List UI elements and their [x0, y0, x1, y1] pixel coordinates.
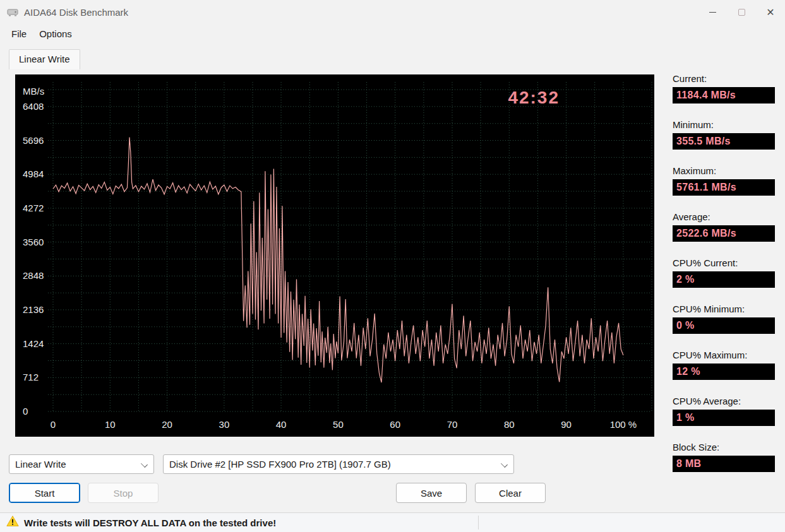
- stat-value: 1 %: [676, 412, 694, 423]
- maximize-icon: [738, 9, 745, 16]
- close-icon: ✕: [766, 6, 774, 18]
- svg-text:30: 30: [219, 419, 230, 430]
- menu-bar: File Options: [0, 24, 785, 43]
- svg-text:3560: 3560: [23, 237, 44, 247]
- svg-text:1424: 1424: [23, 338, 44, 349]
- stat-value: 355.5 MB/s: [676, 136, 731, 147]
- tab-linear-write[interactable]: Linear Write: [9, 49, 80, 69]
- svg-text:80: 80: [504, 419, 515, 430]
- stat-value-box: 2 %: [673, 271, 775, 288]
- test-type-select[interactable]: Linear Write: [9, 454, 154, 474]
- benchmark-chart: 071214242136284835604272498456966408MB/s…: [15, 74, 654, 437]
- window-title: AIDA64 Disk Benchmark: [24, 7, 128, 18]
- stat-label: Maximum:: [673, 165, 775, 176]
- stat-label: Block Size:: [673, 442, 775, 452]
- start-button[interactable]: Start: [9, 483, 80, 503]
- drive-select-value: Disk Drive #2 [HP SSD FX900 Pro 2TB] (19…: [169, 459, 391, 470]
- stat-cpu-average: CPU% Average: 1 %: [673, 396, 775, 426]
- benchmark-chart-area: 071214242136284835604272498456966408MB/s…: [15, 74, 654, 437]
- stop-button[interactable]: Stop: [88, 483, 159, 503]
- close-button[interactable]: ✕: [756, 0, 785, 24]
- stat-label: CPU% Average:: [673, 396, 775, 406]
- title-bar: AIDA64 Disk Benchmark ✕: [0, 0, 785, 24]
- stat-cpu-minimum: CPU% Minimum: 0 %: [673, 304, 775, 334]
- svg-text:4984: 4984: [23, 168, 44, 179]
- stat-value-box: 8 MB: [673, 456, 775, 472]
- stat-label: CPU% Maximum:: [673, 350, 775, 360]
- svg-text:20: 20: [162, 419, 172, 430]
- stat-maximum: Maximum: 5761.1 MB/s: [673, 165, 775, 196]
- window-controls: ✕: [698, 0, 785, 24]
- stat-value-box: 12 %: [673, 364, 775, 380]
- status-warning-text: Write tests will DESTROY ALL DATA on the…: [24, 517, 276, 528]
- stat-value: 2 %: [676, 274, 694, 285]
- stat-label: Average:: [673, 211, 775, 222]
- app-disk-icon: [6, 6, 19, 18]
- chevron-down-icon: [501, 461, 508, 468]
- stat-current: Current: 1184.4 MB/s: [673, 73, 775, 103]
- warning-icon: [6, 515, 19, 530]
- stat-value-box: 2522.6 MB/s: [673, 225, 775, 242]
- stat-value-box: 1184.4 MB/s: [673, 87, 775, 103]
- stat-value: 12 %: [676, 366, 700, 377]
- svg-text:MB/s: MB/s: [23, 86, 44, 97]
- minimize-button[interactable]: [698, 0, 727, 24]
- save-button[interactable]: Save: [396, 483, 467, 503]
- svg-text:70: 70: [447, 419, 458, 430]
- svg-text:100 %: 100 %: [610, 419, 637, 430]
- stat-minimum: Minimum: 355.5 MB/s: [673, 119, 775, 150]
- stat-average: Average: 2522.6 MB/s: [673, 211, 775, 242]
- svg-text:6408: 6408: [23, 101, 44, 112]
- stat-label: CPU% Minimum:: [673, 304, 775, 314]
- stat-value-box: 355.5 MB/s: [673, 133, 775, 150]
- svg-text:60: 60: [390, 419, 400, 430]
- svg-text:712: 712: [23, 372, 39, 382]
- stat-label: CPU% Current:: [673, 257, 775, 268]
- svg-text:0: 0: [23, 406, 28, 417]
- svg-text:2136: 2136: [23, 304, 44, 315]
- stat-value: 0 %: [676, 320, 694, 331]
- stat-value: 5761.1 MB/s: [676, 182, 736, 193]
- svg-text:42:32: 42:32: [508, 88, 560, 107]
- svg-text:90: 90: [561, 419, 572, 430]
- svg-text:50: 50: [333, 419, 344, 430]
- stat-block-size: Block Size: 8 MB: [673, 442, 775, 472]
- stat-value-box: 0 %: [673, 317, 775, 334]
- stat-value-box: 1 %: [673, 410, 775, 426]
- maximize-button[interactable]: [727, 0, 756, 24]
- stats-panel: Current: 1184.4 MB/s Minimum: 355.5 MB/s…: [673, 73, 775, 488]
- stat-cpu-maximum: CPU% Maximum: 12 %: [673, 350, 775, 380]
- tab-strip: Linear Write: [9, 49, 785, 69]
- stat-value: 2522.6 MB/s: [676, 228, 736, 239]
- menu-options[interactable]: Options: [33, 26, 78, 42]
- stat-value: 8 MB: [676, 458, 701, 470]
- stat-cpu-current: CPU% Current: 2 %: [673, 257, 775, 288]
- svg-text:4272: 4272: [23, 203, 44, 213]
- minimize-icon: [709, 12, 716, 13]
- svg-text:0: 0: [51, 419, 56, 430]
- menu-file[interactable]: File: [5, 26, 33, 42]
- stat-value-box: 5761.1 MB/s: [673, 179, 775, 196]
- chevron-down-icon: [141, 461, 148, 468]
- svg-text:40: 40: [276, 419, 287, 430]
- status-divider: [478, 516, 479, 529]
- stat-label: Current:: [673, 73, 775, 84]
- status-bar: Write tests will DESTROY ALL DATA on the…: [0, 512, 785, 532]
- drive-select[interactable]: Disk Drive #2 [HP SSD FX900 Pro 2TB] (19…: [163, 454, 514, 474]
- svg-text:5696: 5696: [23, 135, 44, 146]
- svg-text:2848: 2848: [23, 270, 44, 281]
- clear-button[interactable]: Clear: [475, 483, 546, 503]
- stat-value: 1184.4 MB/s: [676, 90, 736, 101]
- svg-text:10: 10: [105, 419, 116, 430]
- stat-label: Minimum:: [673, 119, 775, 130]
- test-type-value: Linear Write: [15, 459, 66, 470]
